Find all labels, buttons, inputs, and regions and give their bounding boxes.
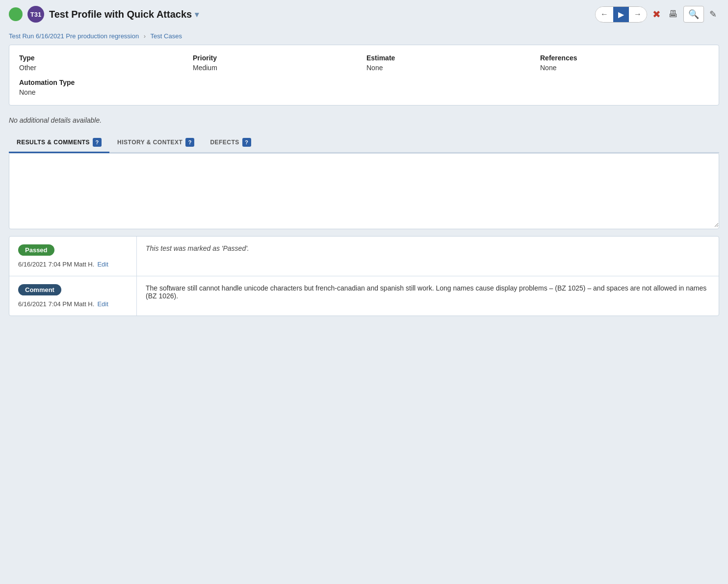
result-meta-passed: 6/16/2021 7:04 PM Matt H. Edit: [18, 261, 128, 268]
page-title: Test Profile with Quick Attacks ▾: [49, 9, 199, 20]
title-dropdown-icon[interactable]: ▾: [195, 10, 199, 19]
info-grid: Type Other Priority Medium Estimate None…: [19, 54, 709, 72]
priority-value: Medium: [193, 64, 362, 72]
result-datetime-comment: 6/16/2021 7:04 PM Matt H.: [18, 300, 94, 308]
result-left-comment: Comment 6/16/2021 7:04 PM Matt H. Edit: [9, 276, 137, 316]
comment-textarea[interactable]: [9, 154, 719, 227]
search-button[interactable]: 🔍: [683, 6, 704, 23]
tab-results-label: RESULTS & COMMENTS: [17, 139, 90, 146]
automation-type-label: Automation Type: [19, 79, 709, 86]
results-help-icon[interactable]: ?: [93, 138, 102, 147]
status-badge-comment: Comment: [18, 284, 61, 295]
result-edit-link-comment[interactable]: Edit: [97, 300, 108, 308]
comment-area: [9, 153, 719, 229]
result-datetime-passed: 6/16/2021 7:04 PM Matt H.: [18, 261, 94, 268]
top-bar-left: T31 Test Profile with Quick Attacks ▾: [9, 6, 199, 23]
result-content-comment: The software still cannot handle unicode…: [137, 276, 719, 316]
tab-defects[interactable]: DEFECTS ?: [202, 133, 259, 153]
history-help-icon[interactable]: ?: [185, 138, 194, 147]
results-table: Passed 6/16/2021 7:04 PM Matt H. Edit Th…: [9, 236, 719, 316]
no-details-text: No additional details available.: [9, 112, 719, 133]
defects-help-icon[interactable]: ?: [242, 138, 251, 147]
breadcrumb-current: Test Cases: [151, 32, 182, 40]
tab-defects-label: DEFECTS: [210, 139, 239, 146]
print-button[interactable]: 🖶: [666, 6, 680, 22]
status-badge-passed: Passed: [18, 244, 54, 256]
tab-history-label: HISTORY & CONTEXT: [117, 139, 182, 146]
tab-results[interactable]: RESULTS & COMMENTS ?: [9, 133, 109, 153]
stop-icon-button[interactable]: ✖: [650, 6, 663, 23]
avatar: T31: [27, 6, 44, 23]
tabs: RESULTS & COMMENTS ? HISTORY & CONTEXT ?…: [9, 133, 719, 153]
nav-back-button[interactable]: ←: [596, 7, 613, 22]
priority-label: Priority: [193, 54, 362, 62]
breadcrumb: Test Run 6/16/2021 Pre production regres…: [0, 28, 728, 45]
result-content-passed: This test was marked as 'Passed'.: [137, 237, 719, 276]
automation-type-value: None: [19, 88, 709, 96]
tab-history[interactable]: HISTORY & CONTEXT ?: [109, 133, 202, 153]
status-indicator: [9, 7, 23, 21]
main-content: Type Other Priority Medium Estimate None…: [0, 45, 728, 325]
result-left-passed: Passed 6/16/2021 7:04 PM Matt H. Edit: [9, 237, 137, 276]
result-meta-comment: 6/16/2021 7:04 PM Matt H. Edit: [18, 300, 128, 308]
type-field: Type Other: [19, 54, 188, 72]
nav-play-button[interactable]: ▶: [613, 7, 629, 22]
nav-btn-group: ← ▶ →: [595, 6, 647, 23]
type-label: Type: [19, 54, 188, 62]
breadcrumb-separator: ›: [144, 32, 146, 40]
edit-button[interactable]: ✎: [707, 6, 719, 22]
info-card: Type Other Priority Medium Estimate None…: [9, 45, 719, 106]
priority-field: Priority Medium: [193, 54, 362, 72]
top-bar-right: ← ▶ → ✖ 🖶 🔍 ✎: [595, 6, 719, 23]
top-bar: T31 Test Profile with Quick Attacks ▾ ← …: [0, 0, 728, 28]
references-value: None: [540, 64, 709, 72]
estimate-value: None: [366, 64, 535, 72]
result-edit-link-passed[interactable]: Edit: [97, 261, 108, 268]
estimate-label: Estimate: [366, 54, 535, 62]
nav-forward-button[interactable]: →: [629, 7, 647, 22]
references-label: References: [540, 54, 709, 62]
references-field: References None: [540, 54, 709, 72]
automation-type-field: Automation Type None: [19, 79, 709, 96]
estimate-field: Estimate None: [366, 54, 535, 72]
table-row: Passed 6/16/2021 7:04 PM Matt H. Edit Th…: [9, 237, 719, 276]
breadcrumb-parent-link[interactable]: Test Run 6/16/2021 Pre production regres…: [9, 32, 139, 40]
table-row: Comment 6/16/2021 7:04 PM Matt H. Edit T…: [9, 276, 719, 316]
search-icon: 🔍: [688, 9, 699, 20]
type-value: Other: [19, 64, 188, 72]
